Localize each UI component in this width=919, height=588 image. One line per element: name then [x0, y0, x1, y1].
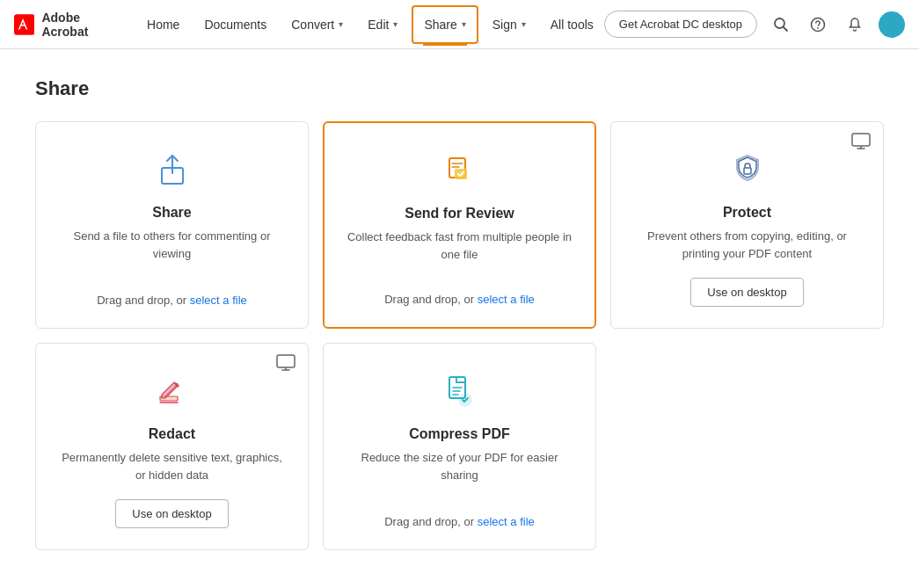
- card-share: Share Send a file to others for commenti…: [35, 121, 309, 329]
- edit-chevron-icon: ▾: [393, 19, 398, 29]
- get-acrobat-button[interactable]: Get Acrobat DC desktop: [604, 11, 757, 38]
- card-review-desc: Collect feedback fast from multiple peop…: [346, 229, 573, 275]
- svg-point-4: [817, 27, 819, 29]
- card-protect-desc: Prevent others from copying, editing, or…: [632, 228, 862, 262]
- nav-item-home[interactable]: Home: [136, 0, 190, 49]
- card-compress-pdf: Compress PDF Reduce the size of your PDF…: [323, 343, 596, 550]
- brand-logo-icon: [14, 12, 34, 37]
- nav-item-edit[interactable]: Edit ▾: [357, 0, 408, 49]
- redact-desktop-badge-icon: [276, 354, 295, 376]
- protect-card-icon: [725, 147, 770, 192]
- card-share-link[interactable]: select a file: [190, 294, 247, 307]
- compress-card-icon: [437, 368, 483, 414]
- card-review-link[interactable]: select a file: [478, 293, 535, 306]
- nav-item-documents[interactable]: Documents: [193, 0, 277, 49]
- card-redact-desc: Permanently delete sensitive text, graph…: [57, 449, 287, 483]
- svg-point-3: [812, 18, 825, 31]
- protect-use-desktop-button[interactable]: Use on desktop: [690, 278, 803, 307]
- card-review-title: Send for Review: [405, 206, 514, 221]
- brand-name: Adobe Acrobat: [41, 11, 115, 39]
- convert-chevron-icon: ▾: [339, 19, 343, 29]
- card-review-footer: Drag and drop, or select a file: [384, 293, 535, 306]
- help-button[interactable]: [805, 11, 831, 38]
- share-card-icon: [150, 147, 195, 192]
- card-share-title: Share: [152, 205, 191, 221]
- navbar: Adobe Acrobat Home Documents Convert ▾ E…: [0, 0, 919, 49]
- bell-icon: [847, 17, 863, 33]
- redact-use-desktop-button[interactable]: Use on desktop: [115, 499, 228, 528]
- cards-grid: Share Send a file to others for commenti…: [35, 121, 884, 550]
- nav-right: Get Acrobat DC desktop: [604, 11, 905, 38]
- search-icon: [773, 17, 789, 33]
- card-protect: Protect Prevent others from copying, edi…: [610, 121, 884, 329]
- card-compress-footer: Drag and drop, or select a file: [384, 515, 535, 528]
- card-compress-link[interactable]: select a file: [478, 515, 535, 528]
- nav-item-convert[interactable]: Convert ▾: [281, 0, 354, 49]
- redact-card-icon: [150, 368, 195, 414]
- search-button[interactable]: [768, 11, 794, 38]
- review-card-icon: [437, 148, 483, 193]
- main-content: Share Share Send a file to others for co…: [0, 49, 919, 578]
- nav-item-alltools[interactable]: All tools: [540, 0, 604, 49]
- page-title: Share: [35, 77, 884, 100]
- nav-item-sign[interactable]: Sign ▾: [482, 0, 536, 49]
- nav-items: Home Documents Convert ▾ Edit ▾ Share ▾ …: [136, 0, 604, 49]
- card-protect-title: Protect: [723, 205, 771, 221]
- share-chevron-icon: ▾: [462, 19, 466, 29]
- brand[interactable]: Adobe Acrobat: [14, 11, 115, 39]
- svg-rect-12: [277, 355, 295, 367]
- card-redact: Redact Permanently delete sensitive text…: [35, 343, 309, 550]
- svg-rect-11: [744, 168, 751, 174]
- svg-line-2: [784, 26, 788, 31]
- card-compress-title: Compress PDF: [409, 426, 510, 442]
- notifications-button[interactable]: [842, 11, 868, 38]
- sign-chevron-icon: ▾: [521, 19, 526, 29]
- card-share-footer: Drag and drop, or select a file: [97, 294, 247, 307]
- help-icon: [810, 17, 826, 33]
- card-share-desc: Send a file to others for commenting or …: [57, 228, 287, 276]
- protect-desktop-badge-icon: [851, 133, 871, 155]
- nav-item-share[interactable]: Share ▾: [412, 5, 478, 44]
- avatar[interactable]: [879, 11, 905, 38]
- card-send-for-review: Send for Review Collect feedback fast fr…: [323, 121, 596, 329]
- card-redact-title: Redact: [149, 426, 195, 442]
- svg-rect-8: [852, 134, 870, 146]
- card-compress-desc: Reduce the size of your PDF for easier s…: [345, 449, 574, 497]
